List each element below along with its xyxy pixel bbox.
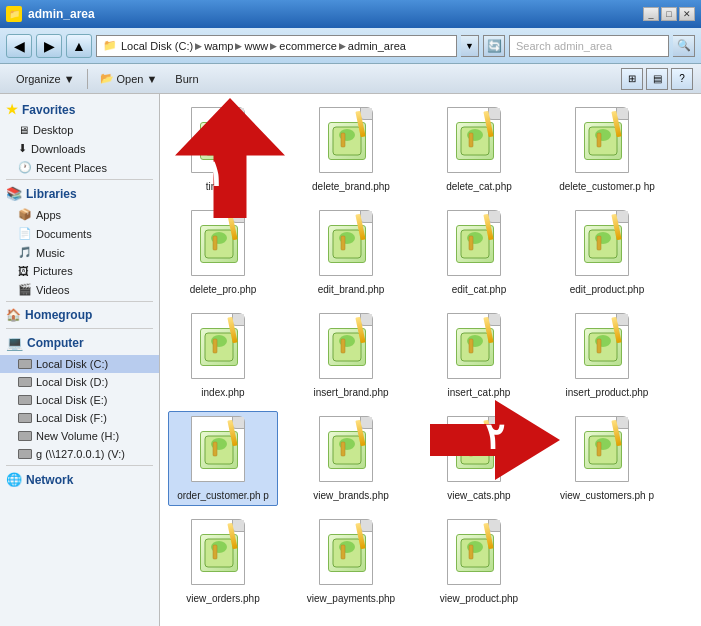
homegroup-section: 🏠 Homegroup: [0, 304, 159, 326]
file-page: [319, 210, 373, 276]
open-icon: 📂: [100, 72, 114, 85]
hdd-e-icon: [18, 395, 32, 405]
file-page: [319, 313, 373, 379]
sidebar-item-pictures[interactable]: 🖼 Pictures: [0, 262, 159, 280]
path-arrow-1: ▶: [195, 41, 202, 51]
file-item[interactable]: view_customers.ph p: [552, 411, 662, 506]
sidebar-item-volume-v[interactable]: g (\\127.0.0.1) (V:): [0, 445, 159, 463]
sidebar-item-localdisk-c[interactable]: Local Disk (C:): [0, 355, 159, 373]
titlebar-controls[interactable]: _ □ ✕: [643, 7, 695, 21]
path-seg-4: ecommerce: [279, 40, 336, 52]
file-item[interactable]: edit_cat.php: [424, 205, 534, 300]
help-button[interactable]: ?: [671, 68, 693, 90]
file-item[interactable]: view_orders.php: [168, 514, 278, 609]
libraries-section: 📚 Libraries 📦 Apps 📄 Documents 🎵 Music 🖼: [0, 182, 159, 299]
search-button[interactable]: 🔍: [673, 35, 695, 57]
sidebar-item-localdisk-d[interactable]: Local Disk (D:): [0, 373, 159, 391]
file-item[interactable]: insert_brand.php: [296, 308, 406, 403]
file-label: view_orders.php: [186, 593, 259, 604]
search-box[interactable]: Search admin_area: [509, 35, 669, 57]
file-label: view_product.php: [440, 593, 518, 604]
favorites-header[interactable]: ★ Favorites: [0, 98, 159, 121]
sidebar-item-music[interactable]: 🎵 Music: [0, 243, 159, 262]
minimize-button[interactable]: _: [643, 7, 659, 21]
file-icon: [575, 416, 639, 488]
localdisk-c-label: Local Disk (C:): [36, 358, 108, 370]
file-item[interactable]: delete_cat.php: [424, 102, 534, 197]
network-header[interactable]: 🌐 Network: [0, 468, 159, 491]
sidebar: ★ Favorites 🖥 Desktop ⬇ Downloads 🕐 Rece…: [0, 94, 160, 626]
titlebar-left: 📁 admin_area: [6, 6, 95, 22]
address-dropdown[interactable]: ▼: [461, 35, 479, 57]
open-button[interactable]: 📂 Open ▼: [92, 67, 166, 91]
sidebar-item-desktop[interactable]: 🖥 Desktop: [0, 121, 159, 139]
path-seg-1: Local Disk (C:): [121, 40, 193, 52]
sidebar-item-documents[interactable]: 📄 Documents: [0, 224, 159, 243]
open-arrow: ▼: [146, 73, 157, 85]
sidebar-item-recent[interactable]: 🕐 Recent Places: [0, 158, 159, 177]
recent-icon: 🕐: [18, 161, 32, 174]
file-icon: [447, 313, 511, 385]
sidebar-item-downloads[interactable]: ⬇ Downloads: [0, 139, 159, 158]
libraries-header[interactable]: 📚 Libraries: [0, 182, 159, 205]
file-item[interactable]: insert_cat.php: [424, 308, 534, 403]
refresh-button[interactable]: 🔄: [483, 35, 505, 57]
file-page: [319, 519, 373, 585]
file-page: [575, 210, 629, 276]
forward-button[interactable]: ▶: [36, 34, 62, 58]
volume-v-label: g (\\127.0.0.1) (V:): [36, 448, 125, 460]
file-item[interactable]: edit_brand.php: [296, 205, 406, 300]
file-item[interactable]: delete_pro.php: [168, 205, 278, 300]
computer-header[interactable]: 💻 Computer: [0, 331, 159, 355]
downloads-icon: ⬇: [18, 142, 27, 155]
computer-label: Computer: [27, 336, 84, 350]
close-button[interactable]: ✕: [679, 7, 695, 21]
file-label: view_cats.php: [447, 490, 510, 501]
file-item[interactable]: order_customer.ph p: [168, 411, 278, 506]
file-item[interactable]: insert_product.php: [552, 308, 662, 403]
network-icon: 🌐: [6, 472, 22, 487]
file-label: index.php: [201, 387, 244, 398]
sidebar-divider-3: [6, 328, 153, 329]
window-icon: 📁: [6, 6, 22, 22]
file-label: delete_brand.php: [312, 181, 390, 192]
file-page: [575, 107, 629, 173]
file-item[interactable]: view_product.php: [424, 514, 534, 609]
file-item[interactable]: delete_brand.php: [296, 102, 406, 197]
file-item[interactable]: view_cats.php: [424, 411, 534, 506]
network-section: 🌐 Network: [0, 468, 159, 491]
file-label: view_brands.php: [313, 490, 389, 501]
sidebar-item-localdisk-e[interactable]: Local Disk (E:): [0, 391, 159, 409]
sidebar-divider-1: [6, 179, 153, 180]
file-item[interactable]: view_payments.php: [296, 514, 406, 609]
sidebar-item-localdisk-f[interactable]: Local Disk (F:): [0, 409, 159, 427]
file-item[interactable]: delete_customer.p hp: [552, 102, 662, 197]
change-view-button[interactable]: ⊞: [621, 68, 643, 90]
file-item[interactable]: view_brands.php: [296, 411, 406, 506]
sidebar-divider-4: [6, 465, 153, 466]
file-label: order_customer.ph p: [177, 490, 269, 501]
toolbar-right: ⊞ ▤ ?: [621, 68, 693, 90]
file-item[interactable]: tinymce: [168, 102, 278, 197]
hdd-v-icon: [18, 449, 32, 459]
file-label: edit_cat.php: [452, 284, 507, 295]
back-button[interactable]: ◀: [6, 34, 32, 58]
documents-label: Documents: [36, 228, 92, 240]
sidebar-item-apps[interactable]: 📦 Apps: [0, 205, 159, 224]
file-item[interactable]: edit_product.php: [552, 205, 662, 300]
sidebar-item-videos[interactable]: 🎬 Videos: [0, 280, 159, 299]
volume-h-label: New Volume (H:): [36, 430, 119, 442]
burn-button[interactable]: Burn: [167, 67, 206, 91]
file-page: [191, 416, 245, 482]
file-item[interactable]: index.php: [168, 308, 278, 403]
organize-button[interactable]: Organize ▼: [8, 67, 83, 91]
main-area: ★ Favorites 🖥 Desktop ⬇ Downloads 🕐 Rece…: [0, 94, 701, 626]
up-button[interactable]: ▲: [66, 34, 92, 58]
sidebar-item-volume-h[interactable]: New Volume (H:): [0, 427, 159, 445]
preview-pane-button[interactable]: ▤: [646, 68, 668, 90]
homegroup-header[interactable]: 🏠 Homegroup: [0, 304, 159, 326]
favorites-label: Favorites: [22, 103, 75, 117]
address-box[interactable]: 📁 Local Disk (C:) ▶ wamp ▶ www ▶ ecommer…: [96, 35, 457, 57]
open-label: Open: [117, 73, 144, 85]
maximize-button[interactable]: □: [661, 7, 677, 21]
